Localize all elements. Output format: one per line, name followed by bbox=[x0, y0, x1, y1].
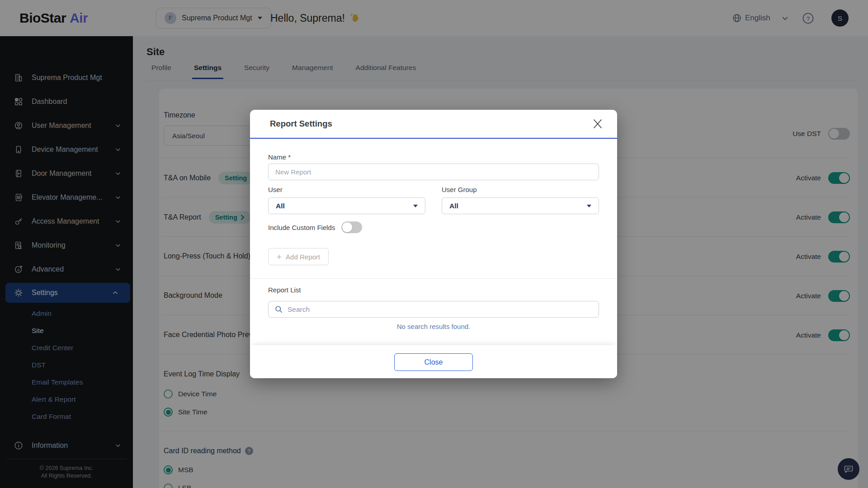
name-label: Name * bbox=[268, 153, 291, 161]
report-settings-modal: Report Settings Name * User All User Gro… bbox=[250, 110, 617, 378]
report-search-box bbox=[268, 301, 599, 318]
include-custom-fields-toggle[interactable] bbox=[341, 221, 362, 233]
report-name-input[interactable] bbox=[268, 164, 599, 180]
caret-down-icon bbox=[413, 205, 418, 207]
include-custom-fields-row: Include Custom Fields bbox=[268, 221, 362, 233]
toggle-knob bbox=[342, 222, 352, 232]
user-group-label: User Group bbox=[442, 186, 477, 193]
modal-section-divider bbox=[250, 278, 617, 279]
user-group-select[interactable]: All bbox=[442, 197, 599, 214]
search-icon bbox=[274, 305, 283, 314]
close-icon[interactable] bbox=[592, 118, 604, 130]
modal-title: Report Settings bbox=[270, 110, 332, 138]
plus-icon: + bbox=[277, 253, 282, 261]
report-list-label: Report List bbox=[268, 286, 301, 294]
empty-results-message: No search results found. bbox=[250, 323, 617, 330]
modal-accent-line bbox=[250, 138, 617, 139]
app-screen: BioStar Air F Suprema Product Mgt Hello,… bbox=[0, 0, 868, 488]
caret-down-icon bbox=[587, 205, 591, 207]
user-select[interactable]: All bbox=[268, 197, 425, 214]
include-custom-fields-label: Include Custom Fields bbox=[268, 224, 335, 231]
report-search-input[interactable] bbox=[287, 305, 593, 314]
modal-footer: Close bbox=[250, 345, 617, 378]
close-button[interactable]: Close bbox=[394, 353, 473, 371]
modal-header: Report Settings bbox=[250, 110, 617, 138]
add-report-button[interactable]: + Add Report bbox=[268, 248, 329, 265]
user-label: User bbox=[268, 186, 283, 193]
